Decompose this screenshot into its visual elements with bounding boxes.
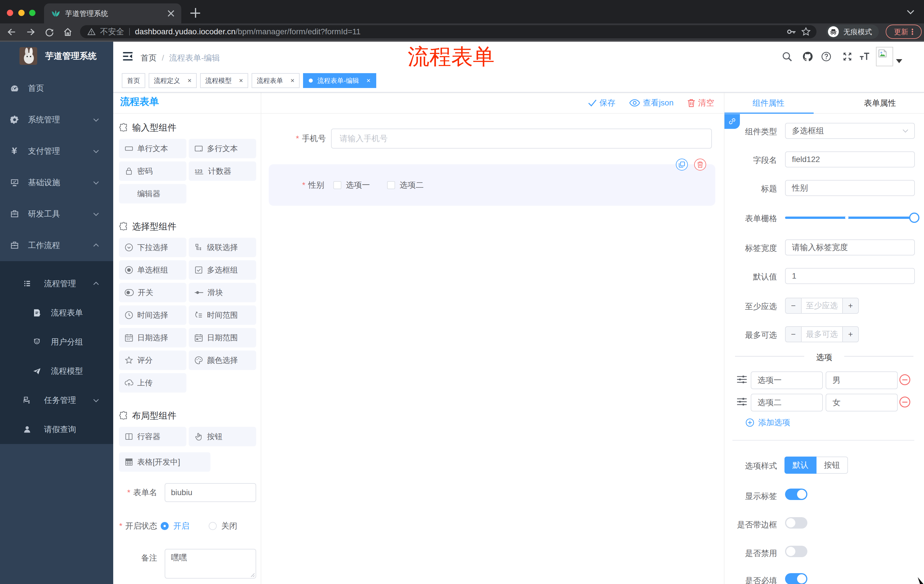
svg-text:123: 123: [195, 169, 202, 174]
